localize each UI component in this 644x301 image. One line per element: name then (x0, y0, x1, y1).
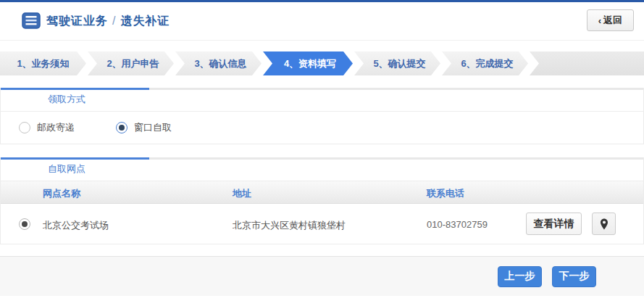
page-title-sub: 遗失补证 (120, 15, 170, 27)
panel-tab-accent (1, 88, 643, 90)
row-radio-selected-icon[interactable] (19, 218, 30, 230)
column-header-phone: 联系电话 (427, 187, 464, 200)
outlets-title: 自取网点 (48, 162, 85, 176)
view-details-button[interactable]: 查看详情 (526, 213, 582, 235)
column-header-address: 地址 (233, 187, 251, 200)
radio-unselected-icon[interactable] (19, 122, 30, 133)
outlet-name: 北京公交考试场 (43, 219, 109, 232)
outlet-phone: 010-83702759 (427, 219, 488, 230)
outlet-address: 北京市大兴区黄村镇狼垡村 (233, 219, 346, 232)
previous-step-button[interactable]: 上一步 (498, 266, 542, 287)
breadcrumb-separator: / (108, 15, 120, 27)
page-title: 驾驶证业务/遗失补证 (46, 14, 170, 29)
map-pin-icon (600, 218, 609, 230)
step-label: 6、完成提交 (461, 57, 513, 70)
footer-action-bar: 上一步 下一步 (0, 256, 644, 296)
pickup-outlets-panel: 自取网点 网点名称 地址 联系电话 北京公交考试场 北京市大兴区黄村镇狼垡村 0… (0, 157, 644, 244)
page: 驾驶证业务/遗失补证 ‹ 返回 1、业务须知 2、用户申告 3、确认信息 4、资… (0, 0, 644, 301)
step-label: 3、确认信息 (194, 57, 246, 70)
step-label: 4、资料填写 (284, 57, 336, 70)
map-pin-button[interactable] (592, 213, 616, 235)
outlets-title-row: 自取网点 (1, 157, 643, 181)
step-5-confirm-submit[interactable]: 5、确认提交 (354, 51, 440, 75)
radio-window-label: 窗口自取 (134, 121, 172, 134)
header: 驾驶证业务/遗失补证 ‹ 返回 (0, 2, 644, 41)
pickup-options-row: 邮政寄递 窗口自取 (1, 112, 643, 144)
list-icon (22, 12, 41, 29)
step-4-fill-data-active[interactable]: 4、资料填写 (263, 51, 353, 75)
column-header-name: 网点名称 (43, 187, 80, 200)
next-step-button[interactable]: 下一步 (552, 266, 596, 287)
outlets-table-header: 网点名称 地址 联系电话 (1, 181, 643, 204)
back-arrow-icon: ‹ (598, 15, 601, 26)
pickup-method-panel: 领取方式 邮政寄递 窗口自取 (0, 88, 644, 144)
step-6-complete-submit[interactable]: 6、完成提交 (442, 51, 528, 75)
pickup-method-title: 领取方式 (48, 93, 85, 106)
radio-postal-label: 邮政寄递 (37, 121, 75, 134)
step-3-confirm-info[interactable]: 3、确认信息 (175, 51, 262, 75)
radio-postal-delivery[interactable]: 邮政寄递 (19, 121, 75, 134)
radio-selected-icon[interactable] (116, 122, 127, 133)
panel-tab-accent (1, 157, 643, 160)
outlet-table-row[interactable]: 北京公交考试场 北京市大兴区黄村镇狼垡村 010-83702759 查看详情 (1, 204, 643, 244)
step-navigation: 1、业务须知 2、用户申告 3、确认信息 4、资料填写 5、确认提交 6、完成提… (0, 51, 644, 75)
step-label: 5、确认提交 (373, 57, 425, 70)
step-bar-filler (530, 51, 644, 75)
page-title-main: 驾驶证业务 (46, 15, 108, 27)
back-button-label: 返回 (603, 14, 622, 27)
step-label: 2、用户申告 (106, 57, 159, 70)
pickup-method-title-row: 领取方式 (1, 88, 643, 112)
back-button[interactable]: ‹ 返回 (587, 9, 634, 31)
step-2-declaration[interactable]: 2、用户申告 (88, 51, 174, 75)
radio-window-pickup[interactable]: 窗口自取 (116, 121, 172, 134)
step-label: 1、业务须知 (17, 57, 69, 70)
step-1-notice[interactable]: 1、业务须知 (0, 51, 86, 75)
